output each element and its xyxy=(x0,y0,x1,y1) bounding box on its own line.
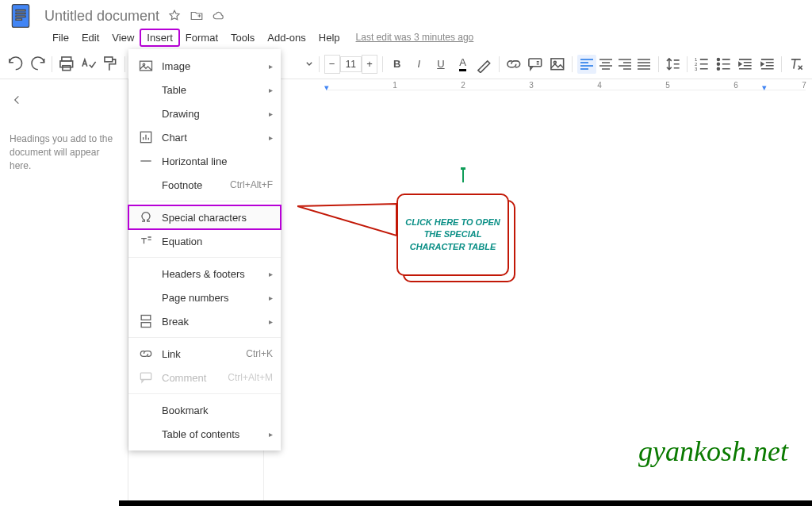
outline-pane: Headings you add to the document will ap… xyxy=(0,79,128,506)
move-icon[interactable] xyxy=(190,9,204,23)
document-title[interactable]: Untitled document xyxy=(44,8,159,25)
increase-indent-button[interactable] xyxy=(758,55,777,74)
submenu-arrow-icon: ▸ xyxy=(269,317,273,326)
spellcheck-button[interactable] xyxy=(79,55,98,74)
comment-button[interactable] xyxy=(526,55,545,74)
insert-footnote[interactable]: Footnote Ctrl+Alt+F xyxy=(128,173,281,197)
chart-icon xyxy=(138,130,154,144)
menu-addons[interactable]: Add-ons xyxy=(261,29,312,46)
insert-headers-footers[interactable]: Headers & footers ▸ xyxy=(128,262,281,286)
item-label: Chart xyxy=(162,132,187,144)
align-left-button[interactable] xyxy=(577,55,596,74)
insert-special-characters[interactable]: Special characters xyxy=(128,205,281,229)
menu-format[interactable]: Format xyxy=(179,29,224,46)
image-button[interactable] xyxy=(548,55,567,74)
outline-hint-text: Headings you add to the document will ap… xyxy=(10,132,118,172)
svg-rect-1 xyxy=(16,10,25,11)
decrease-indent-button[interactable] xyxy=(736,55,755,74)
insert-table-of-contents[interactable]: Table of contents ▸ xyxy=(128,422,281,446)
link-button[interactable] xyxy=(504,55,523,74)
menu-help[interactable]: Help xyxy=(312,29,347,46)
underline-button[interactable]: U xyxy=(431,55,450,74)
submenu-arrow-icon: ▸ xyxy=(269,62,273,71)
text-color-button[interactable]: A xyxy=(454,55,473,74)
indent-marker-left[interactable]: ▾ xyxy=(324,82,329,93)
insert-equation[interactable]: Equation xyxy=(128,229,281,253)
shortcut-text: Ctrl+K xyxy=(246,348,273,359)
item-label: Page numbers xyxy=(162,292,229,304)
ruler-tick: 4 xyxy=(597,81,602,90)
title-bar: Untitled document xyxy=(0,0,812,29)
callout-arrow xyxy=(297,202,400,250)
callout-line: THE SPECIAL xyxy=(405,228,500,240)
insert-table[interactable]: Table ▸ xyxy=(128,78,281,102)
item-label: Bookmark xyxy=(162,404,209,416)
clear-formatting-button[interactable] xyxy=(787,55,806,74)
svg-rect-7 xyxy=(63,65,71,70)
menu-edit[interactable]: Edit xyxy=(75,29,105,46)
menu-tools[interactable]: Tools xyxy=(224,29,261,46)
link-icon xyxy=(138,347,154,361)
paint-format-button[interactable] xyxy=(101,55,120,74)
svg-rect-2 xyxy=(16,13,25,14)
break-icon xyxy=(138,314,154,328)
outline-back-button[interactable] xyxy=(10,94,118,109)
insert-menu-dropdown: Image ▸ Table ▸ Drawing ▸ Chart ▸ Horizo… xyxy=(128,49,281,450)
insert-horizontal-line[interactable]: Horizontal line xyxy=(128,149,281,173)
submenu-arrow-icon: ▸ xyxy=(269,293,273,302)
ruler-tick: 5 xyxy=(665,81,670,90)
insert-break[interactable]: Break ▸ xyxy=(128,309,281,333)
last-edit-info[interactable]: Last edit was 3 minutes ago xyxy=(356,32,474,43)
align-center-button[interactable] xyxy=(596,55,615,74)
align-right-button[interactable] xyxy=(615,55,634,74)
equation-icon xyxy=(138,234,154,248)
print-button[interactable] xyxy=(57,55,76,74)
insert-image[interactable]: Image ▸ xyxy=(128,54,281,78)
italic-button[interactable]: I xyxy=(410,55,429,74)
insert-chart[interactable]: Chart ▸ xyxy=(128,125,281,149)
svg-rect-22 xyxy=(141,323,151,328)
bulleted-list-button[interactable] xyxy=(714,55,733,74)
item-label: Footnote xyxy=(162,179,202,191)
undo-button[interactable] xyxy=(6,55,25,74)
svg-marker-24 xyxy=(297,204,396,236)
cloud-icon[interactable] xyxy=(212,9,226,23)
redo-button[interactable] xyxy=(29,55,48,74)
ruler-tick: 6 xyxy=(733,81,738,90)
item-label: Table xyxy=(162,84,186,96)
font-size-control: − 11 + xyxy=(324,55,377,74)
ruler-tick: 1 xyxy=(393,81,397,90)
decrease-font-button[interactable]: − xyxy=(324,55,340,74)
line-spacing-button[interactable] xyxy=(664,55,683,74)
numbered-list-button[interactable]: 123 xyxy=(692,55,711,74)
docs-logo[interactable] xyxy=(5,0,36,32)
insert-link[interactable]: Link Ctrl+K xyxy=(128,342,281,366)
highlight-button[interactable] xyxy=(475,55,494,74)
bold-button[interactable]: B xyxy=(388,55,407,74)
item-label: Link xyxy=(162,348,181,360)
insert-page-numbers[interactable]: Page numbers ▸ xyxy=(128,286,281,309)
align-justify-button[interactable] xyxy=(634,55,653,74)
star-icon[interactable] xyxy=(167,9,182,23)
svg-rect-4 xyxy=(16,19,22,21)
omega-icon xyxy=(138,210,154,224)
insert-bookmark[interactable]: Bookmark xyxy=(128,398,281,422)
callout-text: CLICK HERE TO OPEN THE SPECIAL CHARACTER… xyxy=(405,217,500,253)
submenu-arrow-icon: ▸ xyxy=(269,109,273,118)
menu-bar: File Edit View Insert Format Tools Add-o… xyxy=(0,29,812,49)
increase-font-button[interactable]: + xyxy=(362,55,377,74)
font-size-input[interactable]: 11 xyxy=(340,56,362,72)
insert-drawing[interactable]: Drawing ▸ xyxy=(128,102,281,125)
svg-rect-23 xyxy=(140,373,151,379)
ruler-tick: 2 xyxy=(461,81,465,90)
svg-text:3: 3 xyxy=(695,66,698,71)
menu-file[interactable]: File xyxy=(46,29,75,46)
toolbar: − 11 + B I U A 123 xyxy=(0,49,812,79)
callout-line: CHARACTER TABLE xyxy=(405,241,500,253)
item-label: Break xyxy=(162,316,189,328)
indent-marker-right[interactable]: ▾ xyxy=(762,82,767,93)
style-dropdown-arrow[interactable] xyxy=(304,55,314,74)
item-label: Comment xyxy=(162,372,206,384)
menu-insert[interactable]: Insert xyxy=(140,29,179,46)
menu-view[interactable]: View xyxy=(105,29,140,46)
